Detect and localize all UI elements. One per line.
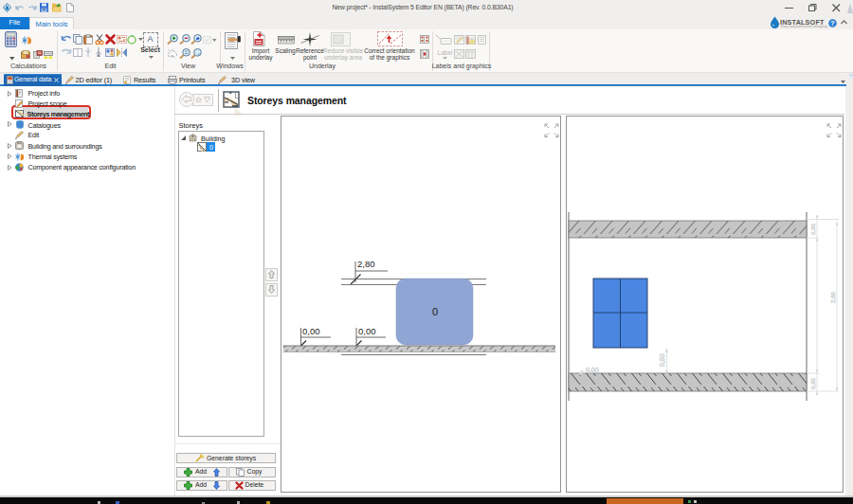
svg-text:2,80: 2,80 [829,291,836,303]
svg-text:0,00: 0,00 [586,367,599,373]
svg-text:0,00: 0,00 [302,326,320,336]
svg-text:0: 0 [432,306,438,317]
svg-text:2,80: 2,80 [357,259,375,269]
svg-text:0,30: 0,30 [809,377,816,389]
svg-text:0,00: 0,00 [358,326,376,336]
svg-text:?: ? [830,19,834,26]
svg-text:0,30: 0,30 [809,223,816,235]
svg-text:0,80: 0,80 [659,353,665,367]
